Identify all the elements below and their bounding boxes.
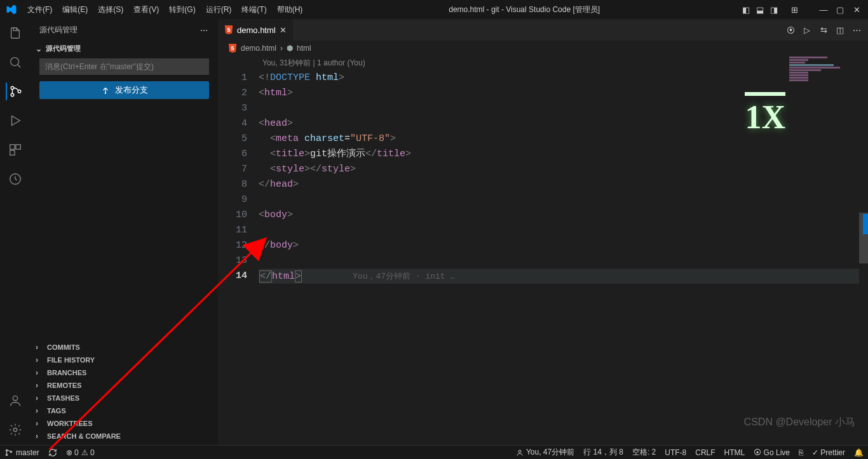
minimap[interactable] xyxy=(789,57,859,107)
minimize-icon[interactable]: — xyxy=(818,4,829,15)
status-problems[interactable]: ⊗ 0 ⚠ 0 xyxy=(62,448,99,457)
menu-run[interactable]: 运行(R) xyxy=(201,0,237,19)
chevron-right-icon: › xyxy=(36,343,43,352)
status-indent[interactable]: 空格: 2 xyxy=(628,447,660,458)
menu-terminal[interactable]: 终端(T) xyxy=(236,0,271,19)
line-number: 4 xyxy=(218,116,247,131)
layout-controls: ◧ ⬓ ◨ ⊞ xyxy=(741,4,799,15)
status-encoding[interactable]: UTF-8 xyxy=(660,448,691,457)
menu-go[interactable]: 转到(G) xyxy=(164,0,200,19)
menu-view[interactable]: 查看(V) xyxy=(128,0,164,19)
timeline-icon[interactable] xyxy=(6,170,24,188)
commit-message-input[interactable] xyxy=(39,58,209,75)
maximize-icon[interactable]: ▢ xyxy=(835,4,845,15)
more-actions-icon[interactable]: ⋯ xyxy=(199,25,209,36)
svg-point-3 xyxy=(18,90,21,93)
publish-branch-label: 发布分支 xyxy=(115,84,148,96)
svg-rect-4 xyxy=(10,145,15,149)
more-editor-actions-icon[interactable]: ⋯ xyxy=(851,25,862,35)
run-debug-icon[interactable] xyxy=(6,112,24,130)
sidebar: 源代码管理 ⋯ ⌄ 源代码管理 发布分支 ›COMMITS ›FILE HIST… xyxy=(31,19,218,445)
section-stashes[interactable]: ›STASHES xyxy=(31,392,218,404)
status-golive[interactable]: ⦿ Go Live xyxy=(749,448,794,457)
svg-point-0 xyxy=(11,58,19,66)
line-number: 11 xyxy=(218,223,247,238)
tab-bar: 5 demo.html ✕ ⦿ ▷ ⇆ ◫ ⋯ xyxy=(218,19,868,41)
html5-file-icon: 5 xyxy=(228,44,237,53)
breadcrumb-file: demo.html xyxy=(241,44,276,53)
breadcrumb[interactable]: 5 demo.html › ⬢ html xyxy=(218,41,868,55)
customize-layout-icon[interactable]: ⊞ xyxy=(789,4,799,15)
branch-label: master xyxy=(16,448,39,457)
line-number: 7 xyxy=(218,162,247,177)
section-label: SEARCH & COMPARE xyxy=(47,432,121,440)
sidebar-title: 源代码管理 xyxy=(39,25,78,36)
status-sync[interactable] xyxy=(44,448,62,457)
search-icon[interactable] xyxy=(6,53,24,71)
section-branches[interactable]: ›BRANCHES xyxy=(31,366,218,379)
menu-selection[interactable]: 选择(S) xyxy=(93,0,128,19)
tab-demo-html[interactable]: 5 demo.html ✕ xyxy=(218,19,294,41)
section-remotes[interactable]: ›REMOTES xyxy=(31,379,218,392)
svg-point-9 xyxy=(13,428,17,432)
line-number: 10 xyxy=(218,208,247,223)
section-file-history[interactable]: ›FILE HISTORY xyxy=(31,354,218,366)
status-eol[interactable]: CRLF xyxy=(691,448,719,457)
chevron-right-icon: › xyxy=(36,419,43,428)
menu-edit[interactable]: 编辑(E) xyxy=(57,0,93,19)
vertical-scrollbar[interactable] xyxy=(859,55,868,445)
svg-rect-5 xyxy=(16,145,20,149)
section-tags[interactable]: ›TAGS xyxy=(31,404,218,417)
extensions-icon[interactable] xyxy=(6,141,24,159)
status-port-icon[interactable]: ⎘ xyxy=(794,448,808,457)
svg-rect-6 xyxy=(10,150,15,155)
gitlens-toggle-icon[interactable]: ⦿ xyxy=(785,25,796,35)
status-prettier[interactable]: ✓ Prettier xyxy=(808,448,850,457)
section-worktrees[interactable]: ›WORKTREES xyxy=(31,417,218,430)
line-number: 9 xyxy=(218,192,247,208)
status-language[interactable]: HTML xyxy=(720,448,750,457)
codelens[interactable]: You, 31秒钟前 | 1 author (You) xyxy=(259,55,868,70)
error-count: ⊗ 0 xyxy=(66,448,79,457)
menu-help[interactable]: 帮助(H) xyxy=(272,0,308,19)
activity-bar xyxy=(0,19,31,445)
toggle-primary-sidebar-icon[interactable]: ◧ xyxy=(741,4,751,15)
explorer-icon[interactable] xyxy=(6,24,24,42)
status-bell-icon[interactable]: 🔔 xyxy=(850,448,868,457)
chevron-right-icon: › xyxy=(36,368,43,377)
editor-area: 5 demo.html ✕ ⦿ ▷ ⇆ ◫ ⋯ 5 demo.html › ⬢ … xyxy=(218,19,868,445)
editor-toolbar: ⦿ ▷ ⇆ ◫ ⋯ xyxy=(779,19,868,41)
chevron-right-icon: › xyxy=(36,432,43,441)
line-number: 13 xyxy=(218,253,247,269)
accounts-icon[interactable] xyxy=(6,392,24,409)
code-line: <body> xyxy=(259,208,868,223)
status-cursor-pos[interactable]: 行 14，列 8 xyxy=(579,447,628,458)
settings-gear-icon[interactable] xyxy=(6,421,24,439)
menubar: 文件(F) 编辑(E) 选择(S) 查看(V) 转到(G) 运行(R) 终端(T… xyxy=(22,0,308,19)
scm-section-header[interactable]: ⌄ 源代码管理 xyxy=(31,41,218,56)
compare-icon[interactable]: ⇆ xyxy=(818,25,829,35)
tab-close-icon[interactable]: ✕ xyxy=(280,25,287,35)
inline-blame: You，47分钟前 · init … xyxy=(353,272,455,281)
close-window-icon[interactable]: ✕ xyxy=(851,4,862,15)
section-search-compare[interactable]: ›SEARCH & COMPARE xyxy=(31,430,218,442)
menu-file[interactable]: 文件(F) xyxy=(22,0,57,19)
window-title: demo.html - git - Visual Studio Code [管理… xyxy=(308,4,741,15)
source-control-icon[interactable] xyxy=(6,83,24,100)
breadcrumb-node: html xyxy=(297,44,311,53)
html5-file-icon: 5 xyxy=(224,25,233,34)
split-editor-icon[interactable]: ◫ xyxy=(835,25,845,35)
section-commits[interactable]: ›COMMITS xyxy=(31,341,218,354)
main-area: 源代码管理 ⋯ ⌄ 源代码管理 发布分支 ›COMMITS ›FILE HIST… xyxy=(0,19,868,445)
line-number: 14 xyxy=(218,269,247,284)
run-icon[interactable]: ▷ xyxy=(802,25,812,35)
status-blame[interactable]: You, 47分钟前 xyxy=(512,447,579,458)
status-branch[interactable]: master xyxy=(0,448,44,457)
chevron-down-icon: ⌄ xyxy=(36,44,43,53)
chevron-right-icon: › xyxy=(36,381,43,390)
toggle-panel-icon[interactable]: ⬓ xyxy=(755,4,765,15)
line-number: 3 xyxy=(218,101,247,116)
publish-branch-button[interactable]: 发布分支 xyxy=(39,81,209,99)
toggle-secondary-sidebar-icon[interactable]: ◨ xyxy=(769,4,779,15)
watermark-1x: 1X xyxy=(745,92,785,136)
